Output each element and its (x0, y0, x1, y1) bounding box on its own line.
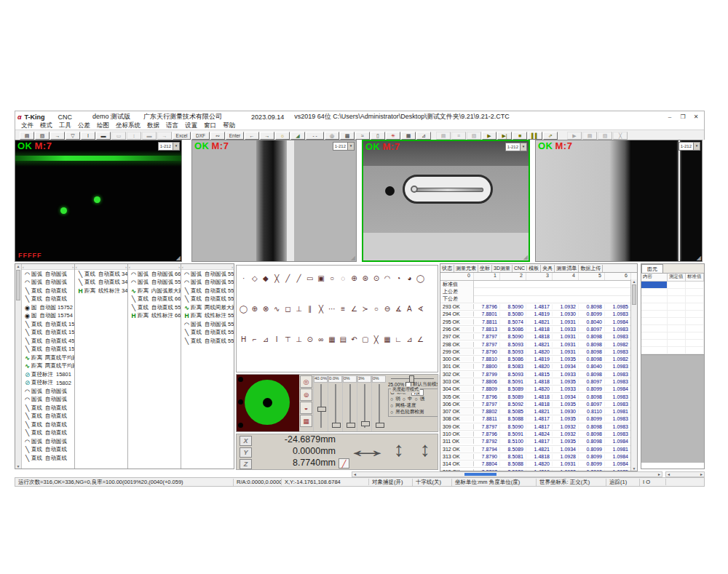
light-channel-slider[interactable]: 40.0% (313, 375, 328, 431)
measure-item[interactable]: ╲直线自动直线 (22, 404, 74, 412)
x-axis-button[interactable]: X (240, 436, 252, 446)
coord3-tool[interactable]: ∠ (415, 334, 426, 346)
list-hscrollbar[interactable]: ‹› (75, 264, 127, 270)
measure-item[interactable]: ╲直线自动直线 55 (181, 295, 234, 304)
camera-button[interactable]: ▬ (96, 132, 111, 140)
camera-3-magnification-select[interactable]: 1-212 ▾ (505, 143, 527, 151)
radio-black-contour[interactable]: ○ (390, 410, 393, 415)
table-row[interactable]: 310 OK7.87968.50911.48241.09320.80981.09… (440, 431, 637, 438)
table-special-row[interactable]: 标准值 (440, 281, 637, 288)
table-row[interactable]: 303 OK7.88068.50911.48181.09350.80971.09… (440, 378, 637, 386)
measure-item[interactable]: ⊘直径标注15801 (22, 370, 74, 379)
measure-item[interactable]: ╲直线自动直线 (22, 446, 74, 455)
chart-button[interactable]: ⊿ (416, 132, 431, 140)
measure-item[interactable]: ◉圆自动圆 15754 (22, 312, 74, 321)
ring-all-button[interactable]: ◎ (300, 375, 312, 388)
polygon-tool[interactable]: ◯ (415, 273, 426, 284)
intersect-tool[interactable]: ╳ (272, 273, 282, 284)
tab-测量清单[interactable]: 测量清单 (555, 265, 579, 272)
table-row[interactable]: 314 OK7.88048.50881.48201.09310.80991.09… (440, 461, 637, 468)
table-row[interactable]: 294 OK7.88018.50801.48191.09300.80991.09… (440, 311, 637, 318)
slider-thumb[interactable] (409, 375, 414, 383)
measure-item[interactable]: ◠圆弧自动圆弧 (22, 396, 74, 404)
line2-tool[interactable]: ╱ (293, 273, 304, 284)
plumb-tool[interactable]: ⊙ (304, 334, 315, 346)
measure-item[interactable]: ◠圆弧自动圆弧 66 (128, 270, 181, 279)
table-row[interactable]: 308 OK7.88118.50881.48171.09350.80991.09… (440, 415, 637, 423)
probe-button[interactable]: ▽ (66, 132, 80, 140)
radio-grid-speed[interactable]: ○ (390, 403, 393, 408)
column-header[interactable]: 2 (500, 273, 526, 280)
tab-elements[interactable]: 图元 (641, 264, 663, 273)
element-row[interactable] (641, 347, 704, 354)
measure-item[interactable]: ╲直线自动直线 34 (75, 279, 127, 287)
cross-tool[interactable]: ╳ (315, 303, 326, 315)
curve-button[interactable]: ≈ (355, 132, 370, 140)
table-row[interactable]: 301 OK7.88008.50831.48201.09340.80401.09… (440, 363, 637, 370)
table-row[interactable]: 309 OK7.87978.50901.48171.09320.80981.09… (440, 423, 637, 431)
excel-export-button[interactable]: Excel (173, 132, 191, 140)
measure-item[interactable]: ╲直线自动直线 66 (128, 295, 181, 304)
light-bulb-button[interactable]: ☼ (275, 132, 290, 140)
slider-thumb[interactable] (376, 423, 384, 428)
measure-item[interactable]: H距离线性标注 55 (181, 312, 234, 321)
measure-item[interactable]: ╲直线自动直线 (22, 412, 74, 421)
multiline-tool[interactable]: ≡ (338, 303, 349, 315)
element-col-header[interactable]: 内容 (641, 274, 668, 281)
measure-item[interactable]: ╲直线自动直线 55 (181, 329, 234, 338)
next-button[interactable]: → (260, 132, 274, 140)
measure-item[interactable]: ◠圆弧自动圆弧 55 (181, 279, 234, 287)
measure-item[interactable]: ╲直线自动直线 34 (75, 270, 127, 279)
menu-item-文件[interactable]: 文件 (21, 121, 33, 130)
tab-模板[interactable]: 模板 (527, 265, 541, 272)
menu-item-设置[interactable]: 设置 (185, 121, 197, 130)
pause-button[interactable]: ▌▌ (528, 132, 542, 140)
measure-item[interactable]: ∿距离两直线平均距 (22, 354, 74, 362)
open-button[interactable]: ▧ (35, 132, 50, 140)
jog-up-down-arrows[interactable]: ↕ (394, 439, 404, 460)
element-row[interactable] (641, 289, 704, 296)
ring-half-button[interactable]: ◒ (300, 402, 312, 414)
measure-item[interactable]: ∿距离两直线平均距 (22, 362, 74, 371)
pick-tool[interactable]: ◇ (249, 273, 260, 284)
radio-medium[interactable]: ○ (403, 396, 405, 402)
circle-ref-tool[interactable]: ○ (371, 303, 381, 315)
measure-item[interactable]: ╲直线自动直线 45 (22, 337, 74, 346)
height-dim-tool[interactable]: I (272, 334, 282, 346)
copy-tool[interactable]: ▤ (338, 334, 349, 346)
tab-状态[interactable]: 状态 (440, 265, 454, 272)
column-header[interactable]: 4 (553, 273, 579, 280)
table-row[interactable]: 312 OK7.87948.50891.48211.09340.80991.09… (440, 446, 637, 453)
camera-resize-grip[interactable]: ◢ (523, 255, 528, 260)
z-axis-button[interactable]: Z (240, 459, 252, 469)
table-row[interactable]: 313 OK7.87908.50811.48181.09280.80991.09… (440, 453, 637, 461)
table-row[interactable]: 305 OK7.87968.50891.48181.09340.80981.09… (440, 393, 637, 400)
enter-button[interactable]: Enter (226, 132, 244, 140)
blank-button[interactable]: ▯ (371, 132, 385, 140)
scroll-thumb[interactable] (464, 473, 496, 476)
column-header[interactable]: 5 (579, 273, 605, 280)
measure-item[interactable]: ⊘直径标注15802 (22, 379, 74, 388)
angle2-tool[interactable]: ∡ (393, 303, 404, 315)
master-light-slider[interactable] (388, 375, 441, 381)
element-col-header[interactable]: 测定值 (668, 274, 686, 281)
menu-item-绘图[interactable]: 绘图 (97, 121, 109, 130)
table-row[interactable]: 311 OK7.87928.51001.48171.09350.80981.09… (440, 438, 637, 445)
element-row[interactable] (641, 282, 704, 289)
table-row[interactable]: 302 OK7.87998.50931.48151.09330.80981.09… (440, 371, 637, 378)
measure-item[interactable]: ◉圆自动圆 15752 (22, 303, 74, 312)
arc-scan-tool[interactable]: ◔ (393, 273, 404, 284)
menu-item-窗口[interactable]: 窗口 (204, 121, 216, 130)
menu-item-模式[interactable]: 模式 (40, 121, 52, 130)
scroll-left-icon[interactable]: ◄ (353, 472, 357, 477)
measure-item[interactable]: ╲直线自动直线 15 (22, 346, 74, 354)
quick-run-button[interactable]: ⇗ (543, 132, 558, 140)
undo-tool[interactable]: ↶ (349, 334, 360, 346)
camera-resize-grip[interactable]: ◢ (351, 255, 355, 261)
table-vertical-scrollbar[interactable]: ▲▼ (630, 279, 637, 471)
camera-view-4[interactable]: OKM:7 1-212 ▾ ◢ (535, 140, 703, 262)
scroll-thumb[interactable] (632, 284, 636, 305)
menu-item-帮助[interactable]: 帮助 (223, 121, 235, 130)
minimize-button[interactable]: – (664, 113, 676, 121)
width-dim-tool[interactable]: H (238, 334, 249, 346)
